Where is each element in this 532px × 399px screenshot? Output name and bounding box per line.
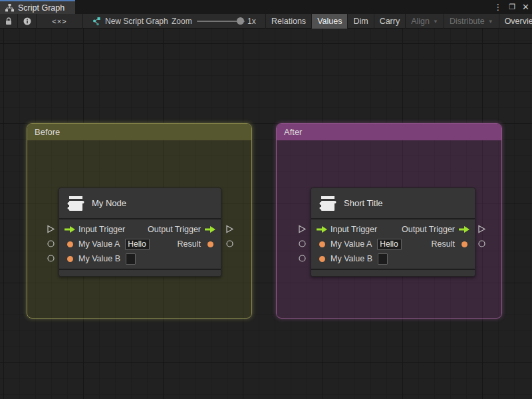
- external-trigger-port-outline[interactable]: [225, 225, 234, 233]
- toolbar-toggle-group: Relations Values Dim Carry Align▼ Distri…: [265, 14, 532, 29]
- external-trigger-port-outline[interactable]: [477, 225, 486, 233]
- overview-button[interactable]: Overview: [499, 14, 532, 29]
- lock-icon: [5, 17, 12, 25]
- node-row-value-b: My Value B: [59, 251, 221, 266]
- node-header[interactable]: Short Title: [311, 188, 475, 218]
- unit-node-icon: [67, 196, 84, 211]
- output-trigger-port[interactable]: [459, 226, 469, 233]
- node-my-node[interactable]: My Node Input Trigger Output Trigger My …: [59, 188, 221, 277]
- graph-toolbar: <×> New Script Graph Zoom 1x Relations V…: [0, 14, 532, 29]
- external-value-port-outline[interactable]: [298, 254, 307, 263]
- distribute-dropdown[interactable]: Distribute▼: [444, 14, 499, 29]
- node-short-title[interactable]: Short Title Input Trigger Output Trigger…: [311, 188, 475, 277]
- external-value-port-outline[interactable]: [477, 239, 486, 248]
- external-value-port-outline[interactable]: [47, 254, 55, 263]
- group-header[interactable]: After: [277, 124, 501, 140]
- values-button[interactable]: Values: [311, 14, 347, 29]
- external-trigger-port-outline[interactable]: [298, 225, 307, 233]
- graph-name-label: New Script Graph: [105, 17, 168, 26]
- tab-script-graph[interactable]: Script Graph: [0, 0, 75, 14]
- value-a-port[interactable]: [317, 241, 327, 247]
- window-close-icon[interactable]: ✕: [522, 0, 529, 14]
- value-b-input[interactable]: [378, 253, 388, 265]
- result-port[interactable]: [459, 241, 469, 247]
- code-view-button[interactable]: <×>: [37, 14, 83, 29]
- group-title: Before: [35, 127, 60, 137]
- output-trigger-port[interactable]: [205, 226, 215, 233]
- window-maximize-icon[interactable]: ❐: [509, 0, 515, 14]
- graph-name-button[interactable]: New Script Graph: [91, 14, 168, 29]
- relations-button[interactable]: Relations: [265, 14, 311, 29]
- unit-node-icon: [319, 196, 336, 211]
- input-trigger-port[interactable]: [317, 226, 327, 233]
- value-a-input[interactable]: [125, 239, 150, 250]
- value-b-port[interactable]: [317, 256, 327, 262]
- result-port[interactable]: [205, 241, 215, 247]
- lock-button[interactable]: [0, 14, 18, 29]
- group-header[interactable]: Before: [27, 124, 251, 140]
- value-b-port[interactable]: [65, 256, 75, 262]
- group-title: After: [284, 127, 302, 137]
- node-title: My Node: [92, 198, 126, 208]
- value-b-input[interactable]: [126, 253, 136, 265]
- window-menu-icon[interactable]: ⋮: [493, 0, 502, 14]
- script-graph-tab-icon: [5, 4, 14, 12]
- node-title: Short Title: [344, 198, 383, 208]
- zoom-slider-handle[interactable]: [237, 17, 244, 25]
- carry-button[interactable]: Carry: [374, 14, 406, 29]
- chevron-down-icon: ▼: [488, 19, 493, 25]
- value-a-port[interactable]: [65, 241, 75, 247]
- info-icon: [23, 17, 31, 25]
- node-header[interactable]: My Node: [59, 188, 221, 218]
- external-value-port-outline[interactable]: [225, 239, 234, 248]
- node-row-value-a: My Value A Result: [59, 237, 221, 251]
- node-row-value-b: My Value B: [311, 251, 475, 266]
- node-footer: [59, 270, 221, 276]
- node-row-value-a: My Value A Result: [311, 237, 475, 251]
- value-a-input[interactable]: [377, 239, 402, 250]
- node-row-trigger: Input Trigger Output Trigger: [311, 222, 475, 237]
- tab-bar: Script Graph ⋮ ❐ ✕: [0, 0, 532, 14]
- script-graph-window: Script Graph ⋮ ❐ ✕: [0, 0, 532, 399]
- dim-button[interactable]: Dim: [347, 14, 373, 29]
- info-button[interactable]: [18, 14, 37, 29]
- align-dropdown[interactable]: Align▼: [405, 14, 444, 29]
- chevron-down-icon: ▼: [433, 19, 438, 25]
- zoom-value: 1x: [247, 14, 256, 29]
- zoom-label: Zoom: [172, 14, 192, 29]
- graph-icon: [91, 17, 100, 26]
- code-icon: <×>: [52, 17, 66, 25]
- node-row-trigger: Input Trigger Output Trigger: [59, 222, 221, 237]
- external-trigger-port-outline[interactable]: [47, 225, 55, 233]
- external-value-port-outline[interactable]: [47, 239, 55, 248]
- external-value-port-outline[interactable]: [298, 239, 307, 248]
- input-trigger-port[interactable]: [65, 226, 75, 233]
- node-footer: [311, 270, 475, 276]
- tab-title: Script Graph: [18, 3, 65, 13]
